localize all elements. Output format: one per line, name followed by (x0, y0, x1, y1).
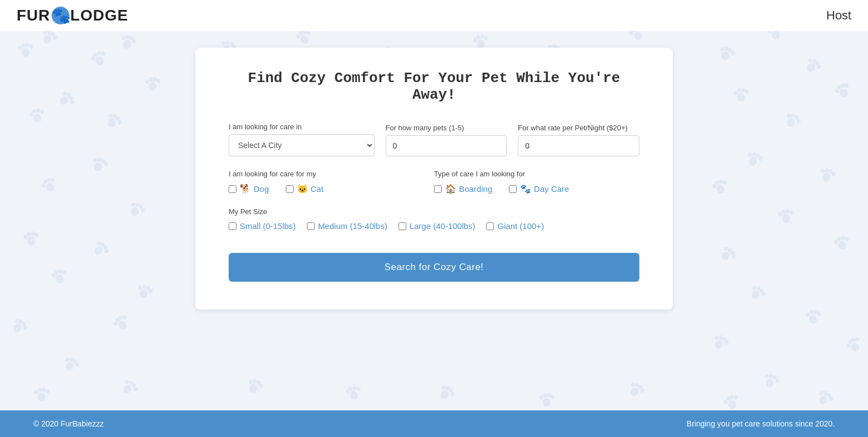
large-size-label: Large (40-100lbs) (410, 221, 475, 231)
page-title: Find Cozy Comfort For Your Pet While You… (229, 70, 639, 103)
dog-icon: 🐕 (240, 184, 251, 194)
city-select[interactable]: Select A City (229, 134, 375, 156)
dog-checkbox-item[interactable]: 🐕 Dog (229, 184, 269, 194)
rate-input[interactable] (518, 135, 639, 156)
boarding-label: 🏠 Boarding (445, 184, 492, 194)
giant-size-item[interactable]: Giant (100+) (486, 221, 544, 231)
care-type-options: 🏠 Boarding 🐾 Day Care (434, 184, 639, 194)
dog-label: 🐕 Dog (240, 184, 269, 194)
boarding-checkbox[interactable] (434, 185, 442, 193)
header: FUR🐾LODGE Host (0, 0, 868, 31)
large-size-checkbox[interactable] (398, 222, 406, 230)
daycare-checkbox[interactable] (509, 185, 517, 193)
daycare-checkbox-item[interactable]: 🐾 Day Care (509, 184, 569, 194)
giant-size-checkbox[interactable] (486, 222, 494, 230)
cat-icon: 🐱 (297, 184, 308, 194)
medium-size-label: Medium (15-40lbs) (318, 221, 387, 231)
pets-input[interactable] (386, 135, 507, 156)
pets-group: For how many pets (1-5) (386, 124, 507, 156)
medium-size-item[interactable]: Medium (15-40lbs) (307, 221, 387, 231)
daycare-text: Day Care (534, 184, 569, 194)
footer-copyright: © 2020 FurBabiezzz (33, 419, 104, 428)
search-row-1: I am looking for care in Select A City F… (229, 123, 639, 156)
cat-text: Cat (311, 184, 324, 194)
care-type-label: Type of care I am looking for (434, 170, 639, 178)
boarding-text: Boarding (459, 184, 492, 194)
daycare-icon: 🐾 (520, 184, 531, 194)
giant-size-label: Giant (100+) (497, 221, 544, 231)
logo-text-lodge2: ODGE (80, 7, 128, 24)
pet-size-label: My Pet Size (229, 207, 639, 216)
city-group: I am looking for care in Select A City (229, 123, 375, 156)
checkbox-row: I am looking for care for my 🐕 Dog 🐱 (229, 170, 639, 194)
rate-group: For what rate per Pet/Night ($20+) (518, 124, 639, 156)
footer: © 2020 FurBabiezzz Bringing you pet care… (0, 410, 868, 437)
pets-label: For how many pets (1-5) (386, 124, 507, 132)
boarding-icon: 🏠 (445, 184, 456, 194)
main-content: Find Cozy Comfort For Your Pet While You… (0, 31, 868, 410)
care-for-label: I am looking for care for my (229, 170, 434, 178)
pet-size-section: My Pet Size Small (0-15lbs) Medium (15-4… (229, 207, 639, 231)
dog-text: Dog (254, 184, 269, 194)
rate-label: For what rate per Pet/Night ($20+) (518, 124, 639, 132)
host-link[interactable]: Host (826, 8, 851, 23)
logo-text-fur: FUR (17, 7, 51, 24)
medium-size-checkbox[interactable] (307, 222, 315, 230)
search-card: Find Cozy Comfort For Your Pet While You… (195, 48, 673, 309)
small-size-checkbox[interactable] (229, 222, 236, 230)
cat-label: 🐱 Cat (297, 184, 324, 194)
search-button[interactable]: Search for Cozy Care! (229, 253, 639, 282)
boarding-checkbox-item[interactable]: 🏠 Boarding (434, 184, 492, 194)
large-size-item[interactable]: Large (40-100lbs) (398, 221, 475, 231)
footer-tagline: Bringing you pet care solutions since 20… (687, 419, 835, 428)
small-size-item[interactable]: Small (0-15lbs) (229, 221, 296, 231)
cat-checkbox[interactable] (286, 185, 294, 193)
logo-paw-icon: 🐾 (52, 7, 69, 24)
logo: FUR🐾LODGE (17, 7, 128, 24)
dog-checkbox[interactable] (229, 185, 236, 193)
daycare-label: 🐾 Day Care (520, 184, 569, 194)
pet-type-section: I am looking for care for my 🐕 Dog 🐱 (229, 170, 434, 194)
cat-checkbox-item[interactable]: 🐱 Cat (286, 184, 324, 194)
city-label: I am looking for care in (229, 123, 375, 131)
pet-size-options: Small (0-15lbs) Medium (15-40lbs) Large … (229, 221, 639, 231)
logo-text-lodge: L (70, 7, 80, 24)
small-size-label: Small (0-15lbs) (240, 221, 296, 231)
care-type-section: Type of care I am looking for 🏠 Boarding… (434, 170, 639, 194)
pet-type-options: 🐕 Dog 🐱 Cat (229, 184, 434, 194)
